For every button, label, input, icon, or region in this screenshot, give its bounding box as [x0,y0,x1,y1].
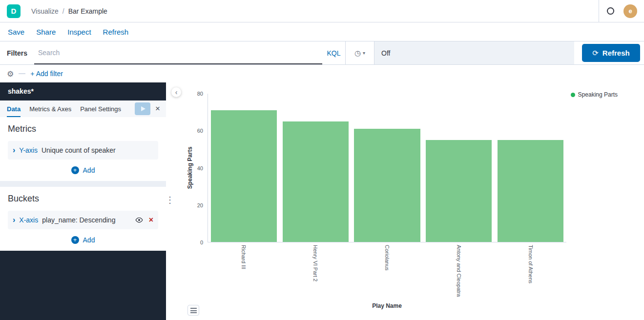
eye-icon [135,216,143,224]
bar[interactable] [426,140,492,242]
visualize-toolbar: Save Share Inspect Refresh [0,22,644,41]
bar-slot [495,94,566,242]
x-tick-label: Coriolanus [384,245,390,302]
refresh-link[interactable]: Refresh [103,28,129,36]
help-icon [607,7,614,15]
sidebar-sheet: Metrics › Y-axis Unique count of speaker… [0,117,166,251]
bar[interactable] [211,110,277,242]
bar-slot [352,94,423,242]
y-tick-label: 80 [197,91,203,97]
eye-toggle-button[interactable] [135,216,143,224]
divider [19,73,25,74]
bucket-row-actions: × [135,216,153,224]
kibana-app: D Visualize / Bar Example e Save Share I… [0,0,644,320]
metric-agg-row[interactable]: › Y-axis Unique count of speaker [8,141,158,160]
time-picker-button[interactable]: ◷ ▾ [346,41,374,64]
vis-editor-sidebar: shakes* Data Metrics & Axes Panel Settin… [0,82,166,320]
x-label-slot: Richard III [208,245,279,302]
plot-area [208,94,566,242]
buckets-section: Buckets › X-axis play_name: Descending [0,187,166,251]
bar[interactable] [283,121,349,242]
add-bucket-button[interactable]: + Add [8,236,158,245]
search-box [34,41,322,64]
kql-button[interactable]: KQL [322,41,346,64]
y-tick-label: 40 [197,165,203,171]
x-tick-label: Richard III [240,245,247,302]
save-button[interactable]: Save [8,28,24,36]
search-input[interactable] [38,41,318,63]
chevron-down-icon: ▾ [363,50,365,56]
index-pattern-title: shakes* [0,82,166,100]
share-button[interactable]: Share [36,28,56,36]
refresh-button[interactable]: ⟳ Refresh [582,44,640,62]
global-header: D Visualize / Bar Example e [0,0,644,22]
legend-toggle-button[interactable] [187,305,199,316]
apply-changes-button[interactable] [135,102,150,115]
tab-panel-settings[interactable]: Panel Settings [80,100,121,117]
x-labels: Richard IIIHenry VI Part 2CoriolanusAnto… [208,245,566,302]
close-icon[interactable]: × [155,104,160,114]
bar[interactable] [354,129,420,242]
chevron-right-icon: › [13,216,15,224]
filters-menu-button[interactable]: Filters [0,41,34,64]
gear-icon[interactable]: ⚙ [7,69,14,79]
filter-actions-row: ⚙ + Add filter [0,65,644,82]
buckets-title: Buckets [8,194,158,204]
space-avatar[interactable]: D [7,4,21,18]
refresh-interval-value[interactable]: Off [374,41,574,64]
y-tick-label: 20 [197,202,203,208]
bar-slot [423,94,495,242]
add-bucket-label: Add [83,236,95,244]
y-tick-label: 0 [200,240,203,245]
tab-data[interactable]: Data [7,100,21,117]
tab-metrics-axes[interactable]: Metrics & Axes [29,100,71,117]
plus-icon: + [71,236,79,244]
bar[interactable] [498,140,563,242]
x-label-slot: Timon of Athens [495,245,566,302]
bucket-axis-label: X-axis [19,216,38,224]
remove-bucket-button[interactable]: × [149,216,153,224]
refresh-button-label: Refresh [602,49,630,57]
bucket-agg-description: play_name: Descending [42,216,115,224]
section-divider [0,181,166,187]
add-filter-button[interactable]: + Add filter [30,70,63,78]
bucket-agg-row[interactable]: › X-axis play_name: Descending × [8,211,158,229]
y-ticks: 020406080 [190,94,203,242]
add-metric-button[interactable]: + Add [8,166,158,175]
chart-panel: Speaking Parts Speaking Parts 020406080 … [166,82,644,320]
bar-slot [280,94,352,242]
refresh-icon: ⟳ [592,49,599,58]
time-picker-group: ◷ ▾ Off [346,41,574,64]
x-label-slot: Coriolanus [351,245,423,302]
metrics-section: Metrics › Y-axis Unique count of speaker… [0,117,166,181]
main-area: shakes* Data Metrics & Axes Panel Settin… [0,82,644,320]
legend-item[interactable]: Speaking Parts [571,91,618,98]
sidebar-tabs: Data Metrics & Axes Panel Settings × [0,100,166,117]
header-right: e [599,0,644,22]
inspect-button[interactable]: Inspect [67,28,91,36]
breadcrumb-page-title: Bar Example [68,7,107,15]
breadcrumb-visualize[interactable]: Visualize [31,7,59,15]
x-label-slot: Henry VI Part 2 [279,245,351,302]
clock-icon: ◷ [354,49,361,58]
collapse-sidebar-button[interactable]: ‹ [171,87,181,97]
x-tick-label: Antony and Cleopatra [456,245,462,302]
user-avatar[interactable]: e [623,4,637,18]
play-icon [141,106,145,111]
x-label-slot: Antony and Cleopatra [423,245,495,302]
add-metric-label: Add [83,166,95,174]
list-icon [190,308,197,313]
bar-slot [208,94,280,242]
plus-icon: + [71,166,79,174]
breadcrumb: Visualize / Bar Example [31,7,107,15]
resize-handle[interactable]: ⋮ [166,196,174,204]
metric-axis-label: Y-axis [19,146,38,154]
query-bar: Filters KQL ◷ ▾ Off ⟳ Refresh [0,41,644,65]
help-button[interactable] [599,0,622,22]
chevron-right-icon: › [13,146,15,154]
x-axis-title: Play Name [208,302,566,309]
legend-label: Speaking Parts [578,91,618,98]
legend-dot [571,93,575,97]
metric-agg-description: Unique count of speaker [42,146,116,154]
x-tick-label: Timon of Athens [527,245,534,302]
